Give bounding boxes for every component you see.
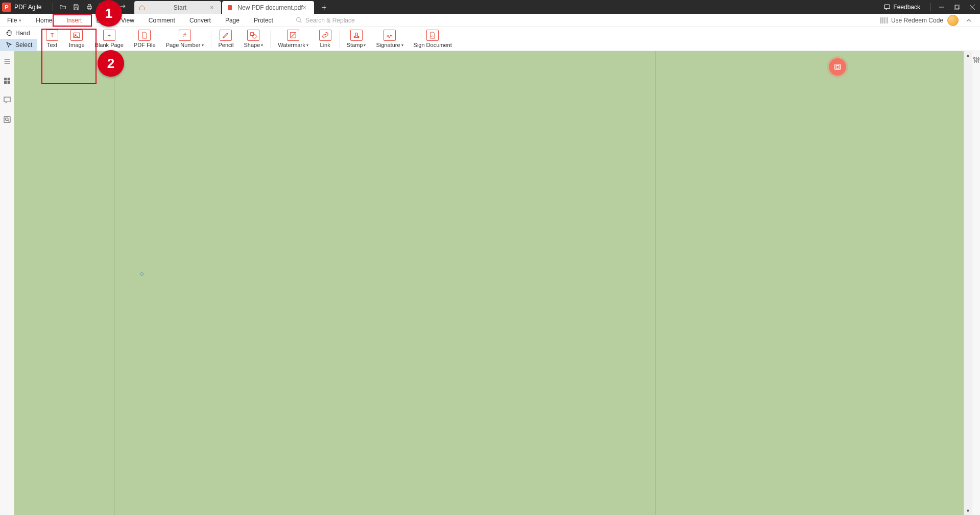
chat-icon [883, 4, 891, 11]
insert-blank-page-button[interactable]: + Blank Page [90, 27, 129, 51]
svg-point-41 [973, 58, 975, 59]
menu-comment[interactable]: Comment [141, 14, 182, 27]
shape-button[interactable]: Shape▾ [238, 27, 268, 51]
menu-protect[interactable]: Protect [247, 14, 280, 27]
ribbon-items: T Text Image + Blank Page PDF File # Pag… [37, 27, 457, 51]
close-button[interactable] [965, 0, 980, 14]
close-icon[interactable]: × [303, 4, 310, 11]
search-panel-button[interactable] [2, 114, 12, 125]
redeem-label: Use Redeem Code [891, 17, 943, 24]
pencil-button[interactable]: Pencil [213, 27, 239, 51]
collapse-ribbon-button[interactable] [963, 17, 975, 24]
svg-point-34 [5, 118, 8, 121]
svg-rect-18 [74, 33, 80, 37]
search-placeholder: Search & Replace [305, 17, 355, 24]
watermark-icon [287, 30, 299, 41]
floating-action-button[interactable] [829, 58, 846, 76]
minimize-button[interactable] [934, 0, 949, 14]
link-button[interactable]: Link [314, 27, 337, 51]
new-tab-button[interactable]: + [318, 2, 330, 14]
chevron-down-icon: ▾ [202, 43, 204, 48]
print-icon[interactable] [85, 3, 94, 12]
tab-start[interactable]: Start × [134, 1, 221, 14]
pdf-icon [226, 4, 233, 11]
svg-rect-3 [228, 5, 232, 10]
svg-line-35 [8, 120, 9, 122]
image-icon [70, 30, 83, 41]
left-sidebar [0, 51, 14, 515]
barcode-icon [880, 17, 888, 24]
insert-pdf-file-button[interactable]: PDF File [129, 27, 161, 51]
tab-document[interactable]: New PDF document.pdf × [222, 1, 314, 14]
page-number-icon: # [179, 30, 191, 41]
insertion-cursor: ◇ [140, 271, 144, 275]
search-input[interactable]: Search & Replace [296, 17, 355, 24]
ribbon: Hand Select T Text Image + Blank Page [0, 27, 980, 51]
selection-tools: Hand Select [0, 27, 37, 51]
separator [53, 3, 53, 11]
sign-document-button[interactable]: Sign Document [409, 27, 457, 51]
menu-home[interactable]: Home [29, 14, 59, 27]
tab-label: Start [150, 4, 210, 11]
svg-rect-4 [885, 5, 890, 9]
vertical-scrollbar[interactable]: ▲ ▼ [964, 51, 972, 515]
hand-icon [5, 30, 12, 36]
svg-point-43 [977, 58, 979, 60]
app-logo: P [2, 3, 11, 12]
stamp-button[interactable]: Stamp▾ [342, 27, 371, 51]
redeem-code-button[interactable]: Use Redeem Code [880, 17, 943, 24]
home-icon [138, 4, 146, 11]
thumbnails-panel-button[interactable] [2, 76, 12, 86]
app-name: PDF Agile [14, 4, 41, 11]
svg-rect-36 [835, 64, 841, 70]
insert-text-button[interactable]: T Text [40, 27, 64, 51]
scroll-down-button[interactable]: ▼ [964, 507, 972, 515]
search-icon [296, 17, 302, 24]
menu-insert[interactable]: Insert [59, 14, 89, 27]
svg-rect-31 [7, 81, 10, 84]
select-tool[interactable]: Select [0, 39, 37, 51]
maximize-button[interactable] [949, 0, 965, 14]
menu-convert[interactable]: Convert [182, 14, 218, 27]
watermark-button[interactable]: Watermark▾ [273, 27, 313, 51]
menu-file[interactable]: File▾ [0, 14, 29, 27]
link-icon [319, 30, 331, 41]
titlebar: P PDF Agile Start × New PDF document.pdf… [0, 0, 980, 14]
signature-button[interactable]: Signature▾ [371, 27, 408, 51]
pencil-icon [220, 30, 232, 41]
properties-panel-button[interactable] [973, 56, 979, 63]
close-icon[interactable]: × [210, 4, 217, 11]
svg-rect-1 [88, 4, 91, 6]
user-avatar[interactable] [947, 15, 959, 26]
comments-panel-button[interactable] [2, 95, 12, 105]
svg-rect-7 [955, 5, 960, 9]
bookmarks-panel-button[interactable] [2, 56, 12, 66]
svg-line-11 [300, 21, 301, 22]
svg-rect-6 [954, 6, 959, 10]
separator [339, 30, 340, 48]
open-file-icon[interactable] [58, 3, 67, 12]
pdf-file-icon [138, 30, 151, 41]
content-area: ◇ ▲ ▼ [0, 51, 980, 515]
svg-point-10 [297, 18, 301, 22]
feedback-label: Feedback [893, 4, 920, 11]
separator [211, 30, 211, 48]
annotation-marker-2: 2 [98, 50, 124, 77]
document-viewport[interactable]: ◇ [14, 51, 964, 515]
save-icon[interactable] [71, 3, 81, 12]
separator [270, 30, 271, 48]
insert-image-button[interactable]: Image [64, 27, 90, 51]
menu-page[interactable]: Page [218, 14, 247, 27]
feedback-button[interactable]: Feedback [883, 4, 920, 11]
scroll-up-button[interactable]: ▲ [964, 51, 972, 59]
chevron-down-icon: ▾ [261, 43, 263, 48]
chevron-down-icon: ▾ [306, 43, 308, 48]
shape-icon [247, 30, 259, 41]
chevron-down-icon: ▾ [19, 18, 21, 23]
blank-page-icon: + [103, 30, 115, 41]
select-label: Select [15, 41, 32, 49]
svg-rect-32 [4, 97, 10, 102]
pdf-page[interactable]: ◇ [114, 51, 656, 515]
hand-tool[interactable]: Hand [0, 27, 37, 39]
page-number-button[interactable]: # Page Number▾ [161, 27, 209, 51]
